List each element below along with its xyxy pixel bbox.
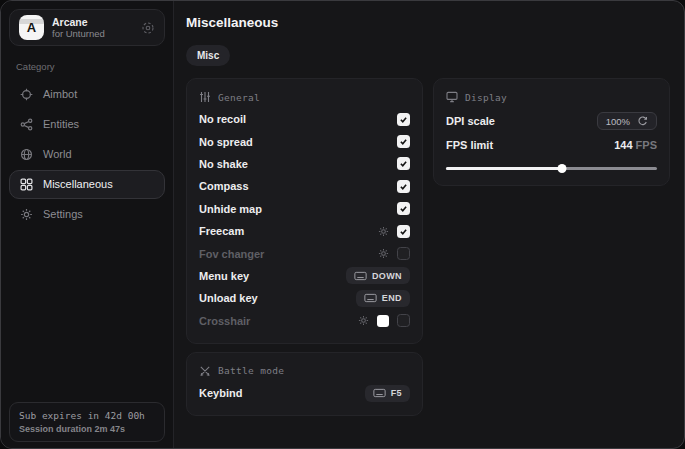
reset-icon[interactable] <box>637 116 648 127</box>
no-recoil-checkbox[interactable] <box>397 113 410 126</box>
crosshair-color-swatch[interactable] <box>377 315 389 327</box>
row-label: No spread <box>199 136 253 148</box>
menu-keybind-button[interactable]: DOWN <box>346 267 410 284</box>
sync-icon[interactable] <box>141 21 155 35</box>
sidebar-nav: Aimbot Entities World <box>9 79 165 229</box>
crosshair-icon <box>20 88 33 101</box>
row-label: Unhide map <box>199 203 262 215</box>
sidebar-item-label: Entities <box>43 118 79 130</box>
fps-unit: FPS <box>636 139 657 151</box>
fov-settings-gear-icon[interactable] <box>378 248 389 259</box>
entities-icon <box>20 118 33 131</box>
panel-title: Display <box>465 92 507 103</box>
keyboard-icon <box>373 388 386 398</box>
fps-slider-fill <box>446 167 562 170</box>
row-fps-limit: FPS limit 144 FPS <box>446 134 657 156</box>
sidebar-item-world[interactable]: World <box>9 140 165 169</box>
swords-icon <box>199 365 211 377</box>
row-label: Keybind <box>199 387 242 399</box>
sidebar: A Arcane for Unturned Category Aimbot <box>1 1 174 448</box>
row-label: Menu key <box>199 270 249 282</box>
keyboard-icon <box>354 271 367 281</box>
crosshair-checkbox[interactable] <box>397 314 410 327</box>
battle-keybind-button[interactable]: F5 <box>365 385 410 402</box>
globe-icon <box>20 148 33 161</box>
row-crosshair: Crosshair <box>199 310 410 332</box>
display-panel: Display DPI scale 100% <box>433 78 670 186</box>
sidebar-item-miscellaneous[interactable]: Miscellaneous <box>9 170 165 199</box>
brand-subtitle: for Unturned <box>52 28 105 39</box>
freecam-settings-gear-icon[interactable] <box>378 226 389 237</box>
row-no-shake: No shake <box>199 153 410 175</box>
fov-changer-checkbox[interactable] <box>397 247 410 260</box>
grid-icon <box>20 178 33 191</box>
sidebar-item-entities[interactable]: Entities <box>9 110 165 139</box>
sidebar-item-label: World <box>43 148 72 160</box>
monitor-icon <box>446 91 458 103</box>
unhide-map-checkbox[interactable] <box>397 202 410 215</box>
row-label: DPI scale <box>446 115 495 127</box>
row-unload-key: Unload key END <box>199 287 410 309</box>
row-label: No shake <box>199 158 248 170</box>
row-fov-changer: Fov changer <box>199 242 410 264</box>
compass-checkbox[interactable] <box>397 180 410 193</box>
row-label: Crosshair <box>199 315 250 327</box>
session-duration-text: Session duration 2m 47s <box>19 424 155 434</box>
main-content: Miscellaneous Misc General <box>174 1 684 448</box>
row-label: No recoil <box>199 113 246 125</box>
gear-icon <box>20 208 33 221</box>
crosshair-settings-gear-icon[interactable] <box>358 315 369 326</box>
keybind-value: END <box>382 293 402 303</box>
sidebar-item-label: Miscellaneous <box>43 178 113 190</box>
keyboard-icon <box>364 293 377 303</box>
row-freecam: Freecam <box>199 220 410 242</box>
row-label: FPS limit <box>446 139 493 151</box>
sliders-icon <box>199 91 211 103</box>
freecam-checkbox[interactable] <box>397 225 410 238</box>
row-menu-key: Menu key DOWN <box>199 265 410 287</box>
row-battle-keybind: Keybind F5 <box>199 382 410 404</box>
tab-misc[interactable]: Misc <box>186 45 230 66</box>
page-title: Miscellaneous <box>186 15 670 30</box>
fps-slider-thumb[interactable] <box>558 164 567 173</box>
sidebar-item-label: Aimbot <box>43 88 77 100</box>
keybind-value: DOWN <box>372 271 402 281</box>
panel-title: Battle mode <box>218 365 284 376</box>
fps-slider[interactable] <box>446 162 657 174</box>
panel-title: General <box>218 92 260 103</box>
row-unhide-map: Unhide map <box>199 198 410 220</box>
fps-value: 144 <box>614 139 632 151</box>
row-no-spread: No spread <box>199 130 410 152</box>
dpi-scale-control[interactable]: 100% <box>597 112 657 130</box>
row-label: Unload key <box>199 292 258 304</box>
subscription-info: Sub expires in 42d 00h Session duration … <box>9 402 165 442</box>
row-dpi-scale: DPI scale 100% <box>446 108 657 134</box>
row-label: Freecam <box>199 225 244 237</box>
no-shake-checkbox[interactable] <box>397 157 410 170</box>
row-label: Compass <box>199 180 249 192</box>
no-spread-checkbox[interactable] <box>397 135 410 148</box>
sidebar-item-aimbot[interactable]: Aimbot <box>9 80 165 109</box>
unload-keybind-button[interactable]: END <box>356 290 410 307</box>
profile-card[interactable]: A Arcane for Unturned <box>9 9 165 46</box>
dpi-value: 100% <box>606 116 630 127</box>
battle-mode-panel: Battle mode Keybind F5 <box>186 352 423 416</box>
row-label: Fov changer <box>199 248 264 260</box>
app-window: A Arcane for Unturned Category Aimbot <box>0 0 685 449</box>
keybind-value: F5 <box>391 388 402 398</box>
sub-expiry-text: Sub expires in 42d 00h <box>19 410 155 421</box>
sidebar-item-label: Settings <box>43 208 83 220</box>
category-label: Category <box>16 61 158 72</box>
brand-title: Arcane <box>52 16 105 29</box>
row-no-recoil: No recoil <box>199 108 410 130</box>
row-compass: Compass <box>199 175 410 197</box>
avatar: A <box>19 15 44 40</box>
sidebar-item-settings[interactable]: Settings <box>9 200 165 229</box>
general-panel: General No recoil No spread No shake <box>186 78 423 344</box>
